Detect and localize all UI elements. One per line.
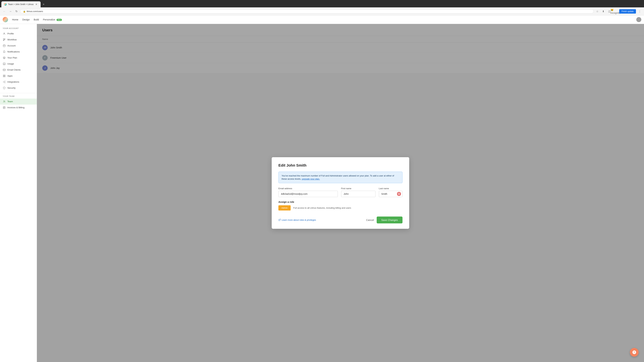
apps-icon: [3, 74, 6, 77]
error-icon: [397, 192, 401, 196]
nav-right-controls: ☆ ⬇ ◫ 😿 Incognito Finish update ⋮: [595, 9, 642, 14]
app-logo[interactable]: [3, 17, 8, 22]
email-input[interactable]: [278, 191, 338, 197]
forward-button[interactable]: →: [8, 9, 13, 14]
personalize-badge: New: [56, 19, 62, 21]
nav-design[interactable]: Design: [22, 17, 30, 22]
sidebar-item-your-plan[interactable]: Your Plan: [0, 55, 37, 61]
invoices-icon: [3, 106, 6, 109]
security-icon: [3, 86, 6, 89]
workflow-icon: [3, 38, 6, 41]
svg-point-14: [4, 100, 4, 101]
role-description: Full access to all Litmus features, incl…: [293, 207, 351, 209]
menu-button[interactable]: ⋮: [637, 9, 642, 14]
first-name-field-wrapper: First name: [341, 187, 376, 197]
tab-close-button[interactable]: ✕: [35, 3, 38, 6]
active-tab[interactable]: Team > John Smith > Litmus ✕: [1, 1, 40, 7]
your-account-label: YOUR ACCOUNT: [0, 27, 37, 31]
sidebar-item-integrations[interactable]: Integrations: [0, 79, 37, 85]
nav-build[interactable]: Build: [34, 17, 39, 22]
svg-point-13: [5, 82, 5, 83]
user-avatar[interactable]: [636, 17, 641, 22]
team-icon: [3, 100, 6, 103]
sidebar-item-email-clients[interactable]: Email Clients: [0, 67, 37, 73]
last-name-field-wrapper: Last name: [379, 187, 402, 197]
sidebar-item-workflow[interactable]: Workflow: [0, 37, 37, 43]
sidebar-item-notifications[interactable]: Notifications: [0, 49, 37, 55]
svg-rect-1: [3, 39, 4, 39]
svg-point-0: [4, 33, 4, 33]
sidebar-item-apps[interactable]: Apps: [0, 73, 37, 79]
save-changes-button[interactable]: Save Changes: [377, 217, 402, 223]
assign-role-label: Assign a role: [278, 200, 402, 203]
role-row: Admin Full access to all Litmus features…: [278, 205, 402, 211]
edit-user-modal: Edit John Smith You've reached the maxim…: [272, 157, 409, 229]
sidebar-item-usage[interactable]: Usage: [0, 61, 37, 67]
upgrade-plan-link[interactable]: upgrade your plan.: [302, 178, 320, 180]
modal-title: Edit John Smith: [278, 163, 402, 168]
svg-point-11: [3, 82, 4, 82]
incognito-button[interactable]: 😿 Incognito: [613, 9, 618, 14]
sidebar-item-team[interactable]: Team: [0, 98, 37, 105]
sidebar-item-invoices-billing[interactable]: Invoices & Billing: [0, 105, 37, 111]
help-fab-button[interactable]: [630, 348, 639, 357]
tab-favicon: [4, 3, 7, 6]
svg-rect-8: [4, 75, 5, 76]
nav-bar: ← → ↻ 🔒 litmus.com/users ☆ ⬇ ◫ 😿 Incogni…: [0, 7, 644, 15]
back-button[interactable]: ←: [2, 9, 7, 14]
address-lock-icon: 🔒: [23, 10, 26, 12]
alert-banner: You've reached the maximum number of Ful…: [278, 172, 402, 183]
modal-actions: Cancel Save Changes: [366, 217, 402, 223]
tab-title: Team > John Smith > Litmus: [8, 3, 34, 5]
svg-point-15: [4, 101, 5, 101]
your-team-label: YOUR TEAM: [0, 95, 37, 98]
admin-role-button[interactable]: Admin: [278, 205, 291, 211]
main-content: Users Name JS John Smith F Freemium User…: [37, 24, 644, 362]
sidebar: YOUR ACCOUNT Profile Workflow Account: [0, 24, 37, 362]
learn-more-link[interactable]: Learn more about roles & privileges: [278, 219, 316, 221]
usage-icon: [3, 62, 6, 65]
sidebar-divider: [0, 93, 37, 93]
svg-rect-10: [4, 76, 5, 77]
help-icon: [632, 350, 636, 355]
plan-icon: [3, 56, 6, 59]
svg-rect-4: [3, 45, 5, 47]
tab-bar: Team > John Smith > Litmus ✕ +: [0, 0, 644, 7]
svg-rect-9: [3, 76, 4, 77]
new-tab-button[interactable]: +: [41, 2, 46, 7]
modal-footer: Learn more about roles & privileges Canc…: [278, 214, 402, 223]
modal-overlay[interactable]: Edit John Smith You've reached the maxim…: [37, 24, 644, 362]
integrations-icon: [3, 80, 6, 83]
address-bar[interactable]: 🔒 litmus.com/users: [20, 9, 594, 13]
svg-rect-7: [3, 75, 4, 76]
cancel-button[interactable]: Cancel: [366, 219, 374, 221]
sidebar-item-security[interactable]: Security: [0, 85, 37, 91]
notifications-icon: [3, 50, 6, 53]
bookmark-button[interactable]: ☆: [595, 9, 600, 14]
sidebar-item-profile[interactable]: Profile: [0, 31, 37, 37]
app-container: YOUR ACCOUNT Profile Workflow Account: [0, 24, 644, 362]
svg-rect-6: [3, 69, 5, 71]
form-row-contact: Email address First name Last name: [278, 187, 402, 197]
account-icon: [3, 44, 6, 47]
svg-line-17: [280, 219, 280, 220]
finish-update-button[interactable]: Finish update: [619, 9, 636, 13]
alert-text: You've reached the maximum number of Ful…: [282, 174, 394, 180]
app-nav: Home Design Build Personalize New: [0, 15, 644, 24]
email-label: Email address: [278, 187, 338, 190]
svg-rect-2: [4, 39, 5, 39]
app-nav-right: [636, 17, 641, 22]
nav-home[interactable]: Home: [12, 17, 18, 22]
svg-rect-3: [3, 40, 4, 40]
last-name-label: Last name: [379, 187, 402, 190]
email-field-wrapper: Email address: [278, 187, 338, 197]
reload-button[interactable]: ↻: [14, 9, 19, 14]
first-name-label: First name: [341, 187, 376, 190]
download-button[interactable]: ⬇: [601, 9, 606, 14]
first-name-input[interactable]: [341, 191, 376, 197]
svg-point-12: [5, 81, 5, 81]
email-clients-icon: [3, 68, 6, 71]
nav-personalize[interactable]: Personalize New: [43, 17, 62, 22]
external-link-icon: [278, 219, 281, 221]
sidebar-item-account[interactable]: Account: [0, 43, 37, 49]
